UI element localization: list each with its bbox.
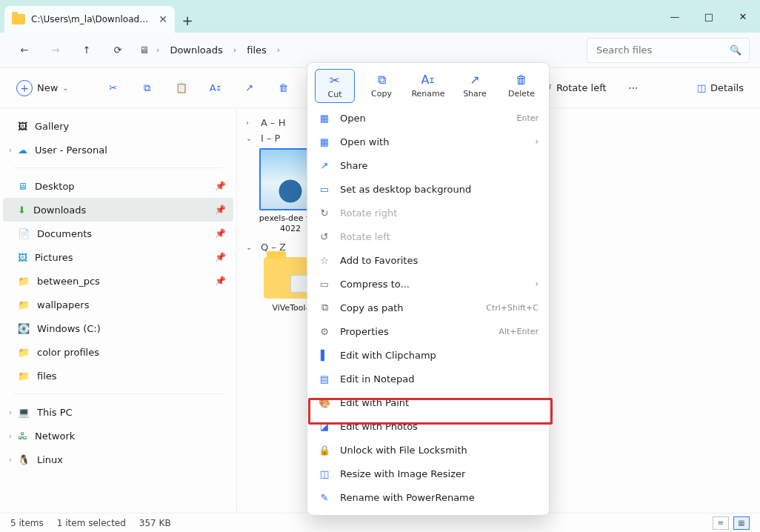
sidebar-item-network[interactable]: ›🖧Network — [3, 424, 233, 448]
folder-icon: 📁 — [18, 347, 30, 358]
forward-button[interactable]: → — [41, 36, 70, 64]
context-menu-toolbar: ✂Cut ⧉Copy AｪRename ↗Share 🗑Delete — [307, 63, 549, 106]
ctx-item-copy-as-path[interactable]: ⧉Copy as pathCtrl+Shift+C — [307, 296, 549, 319]
ctx-item-open[interactable]: ▦OpenEnter — [307, 106, 549, 130]
rename-button[interactable]: Aｪ — [202, 75, 229, 102]
window-tab[interactable]: C:\Users\m_la\Downloads\file ✕ — [4, 6, 175, 33]
chevron-right-icon[interactable]: › — [6, 408, 15, 416]
paste-button[interactable]: 📋 — [168, 75, 195, 102]
folder-icon: 📁 — [18, 276, 30, 287]
breadcrumb[interactable]: files — [244, 43, 270, 57]
copy-icon: ⧉ — [378, 72, 386, 87]
sidebar-item-label: Windows (C:) — [37, 323, 101, 334]
ctx-item-edit-with-clipchamp[interactable]: ▌Edit with Clipchamp — [307, 343, 549, 367]
cut-icon: ✂ — [330, 73, 339, 87]
sidebar-item-windows-c[interactable]: 💽Windows (C:) — [3, 316, 233, 340]
chevron-right-icon[interactable]: › — [6, 456, 15, 464]
status-items: 5 items — [10, 518, 44, 528]
ctx-item-label: Rename with PowerRename — [340, 492, 475, 503]
search-box[interactable]: 🔍 — [587, 38, 750, 63]
details-button[interactable]: ◫ Details — [691, 75, 750, 102]
ctx-item-edit-in-notepad[interactable]: ▤Edit in Notepad — [307, 367, 549, 390]
maximize-button[interactable]: □ — [692, 0, 726, 33]
ctx-item-label: Share — [340, 160, 368, 171]
sidebar-item-documents[interactable]: 📄Documents📌 — [3, 222, 233, 245]
refresh-button[interactable]: ⟳ — [104, 36, 132, 64]
ctx-label: Share — [463, 89, 487, 99]
ctx-item-unlock-with-file-locksmith[interactable]: 🔒Unlock with File Locksmith — [307, 438, 549, 462]
ctx-rename[interactable]: AｪRename — [408, 69, 448, 103]
ctx-item-set-as-desktop-background[interactable]: ▭Set as desktop background — [307, 177, 549, 201]
sidebar-item-user[interactable]: › ☁ User - Personal — [3, 138, 233, 162]
ctx-item-rename-with-powerrename[interactable]: ✎Rename with PowerRename — [307, 485, 549, 509]
folder-icon — [12, 14, 25, 24]
sidebar-item-wallpapers[interactable]: 📁wallpapers — [3, 293, 233, 316]
sidebar-item-pictures[interactable]: 🖼Pictures📌 — [3, 245, 233, 269]
minimize-button[interactable]: — — [658, 0, 692, 33]
ctx-shortcut: Alt+Enter — [499, 327, 539, 336]
pin-icon: 📌 — [215, 205, 226, 215]
sidebar-item-betweenpcs[interactable]: 📁between_pcs📌 — [3, 269, 233, 293]
divider — [13, 393, 223, 394]
sidebar-item-downloads[interactable]: ⬇Downloads📌 — [3, 198, 233, 222]
ctx-delete[interactable]: 🗑Delete — [501, 69, 541, 103]
breadcrumb[interactable]: Downloads — [167, 43, 225, 57]
sidebar-item-label: Network — [35, 430, 75, 442]
desktop-icon: 🖥 — [18, 181, 27, 192]
ctx-item-edit-with-photos[interactable]: ◪Edit with Photos — [307, 414, 549, 438]
view-list-button[interactable]: ≡ — [713, 516, 729, 530]
sidebar-item-linux[interactable]: ›🐧Linux — [3, 448, 233, 471]
ctx-item-label: Set as desktop background — [340, 184, 471, 195]
new-button[interactable]: + New ⌄ — [10, 75, 75, 102]
ctx-item-add-to-favorites[interactable]: ☆Add to Favorites — [307, 248, 549, 272]
close-button[interactable]: ✕ — [726, 0, 760, 33]
ctx-copy[interactable]: ⧉Copy — [361, 69, 401, 103]
chevron-right-icon: › — [535, 136, 539, 147]
ctx-item-icon: ▦ — [318, 113, 331, 124]
search-input[interactable] — [595, 44, 730, 56]
ctx-item-icon: 🔒 — [318, 445, 331, 456]
sidebar-item-thispc[interactable]: ›💻This PC — [3, 400, 233, 424]
sidebar-item-gallery[interactable]: 🖼 Gallery — [3, 114, 233, 138]
close-tab-icon[interactable]: ✕ — [159, 13, 167, 25]
divider — [13, 167, 223, 168]
sidebar-item-colorprofiles[interactable]: 📁color profiles — [3, 340, 233, 364]
ctx-item-label: Open — [340, 113, 366, 124]
new-tab-button[interactable]: + — [175, 7, 200, 33]
folder-icon: 📁 — [18, 299, 30, 310]
sidebar-item-label: Desktop — [35, 181, 75, 192]
ctx-item-resize-with-image-resizer[interactable]: ◫Resize with Image Resizer — [307, 462, 549, 485]
chevron-right-icon[interactable]: › — [6, 146, 15, 154]
ctx-item-open-with[interactable]: ▦Open with› — [307, 130, 549, 153]
share-button[interactable]: ↗ — [236, 75, 263, 102]
up-button[interactable]: ↑ — [73, 36, 101, 64]
copy-button[interactable]: ⧉ — [134, 75, 161, 102]
ctx-shortcut: Ctrl+Shift+C — [486, 303, 539, 313]
ctx-label: Cut — [328, 90, 342, 99]
delete-button[interactable]: 🗑 — [270, 75, 297, 102]
cut-button[interactable]: ✂ — [100, 75, 127, 102]
cloud-icon: ☁ — [18, 144, 27, 156]
sidebar-item-label: Downloads — [33, 205, 86, 216]
gallery-icon: 🖼 — [18, 121, 27, 132]
view-grid-button[interactable]: ▦ — [733, 516, 750, 530]
chevron-right-icon[interactable]: › — [6, 432, 15, 440]
ctx-cut[interactable]: ✂Cut — [315, 69, 355, 103]
ctx-share[interactable]: ↗Share — [455, 69, 495, 103]
sidebar-item-label: Linux — [37, 454, 63, 465]
ctx-item-icon: ◪ — [318, 421, 331, 432]
ctx-item-compress-to-[interactable]: ▭Compress to...› — [307, 272, 549, 296]
chevron-right-icon: › — [277, 45, 280, 55]
ctx-item-share[interactable]: ↗Share — [307, 153, 549, 177]
sidebar-item-label: between_pcs — [37, 276, 100, 287]
ctx-item-properties[interactable]: ⚙PropertiesAlt+Enter — [307, 319, 549, 343]
ctx-label: Delete — [508, 89, 535, 99]
more-button[interactable]: ⋯ — [620, 75, 647, 102]
ctx-item-icon: ▭ — [318, 184, 331, 195]
address-bar[interactable]: 🖥 › Downloads › files › — [139, 43, 584, 57]
ctx-item-edit-with-paint[interactable]: 🎨Edit with Paint — [307, 390, 549, 414]
sidebar-item-files[interactable]: 📁files — [3, 364, 233, 388]
back-button[interactable]: ← — [10, 36, 39, 64]
ctx-item-label: Rotate right — [340, 207, 397, 219]
sidebar-item-desktop[interactable]: 🖥Desktop📌 — [3, 174, 233, 198]
